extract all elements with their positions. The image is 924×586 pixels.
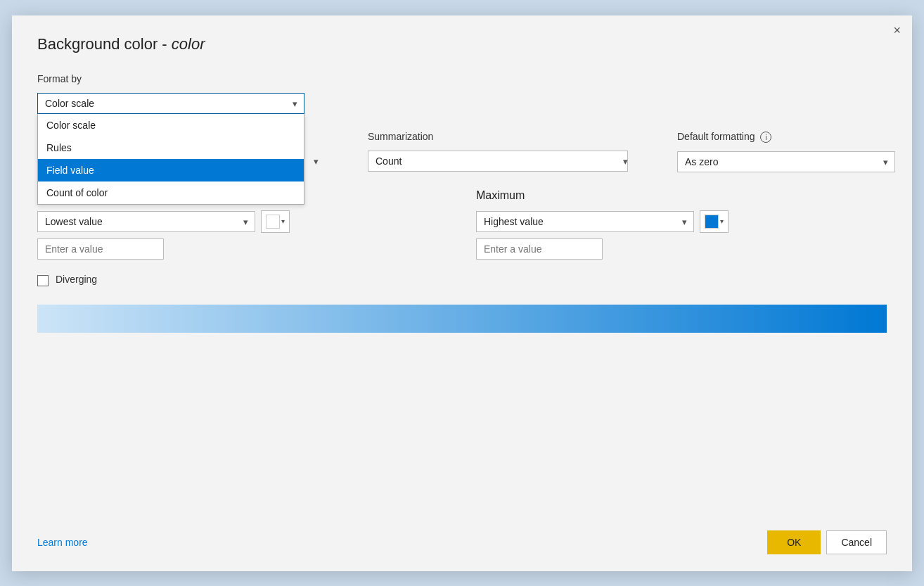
ok-button[interactable]: OK (767, 530, 821, 554)
format-by-select[interactable]: Color scale Rules Field value Count of c… (37, 93, 304, 114)
summarization-label: Summarization (368, 131, 635, 142)
minimum-color-chevron-icon: ▾ (281, 217, 285, 225)
background-color-dialog: × Background color - color Format by Col… (12, 15, 912, 571)
maximum-color-swatch (705, 215, 719, 229)
dialog-footer: Learn more OK Cancel (37, 519, 887, 554)
maximum-color-chevron-icon: ▾ (720, 217, 724, 225)
format-by-label: Format by (37, 73, 326, 84)
minimum-color-picker[interactable]: ▾ (261, 210, 290, 233)
dropdown-item-count-of-color[interactable]: Count of color (38, 181, 304, 204)
dialog-title: Background color - color (37, 35, 887, 53)
diverging-checkbox[interactable] (37, 275, 49, 286)
format-by-dropdown-wrapper: Color scale Rules Field value Count of c… (37, 93, 326, 114)
dropdown-item-rules[interactable]: Rules (38, 136, 304, 159)
diverging-row: Diverging (37, 274, 887, 288)
format-by-select-wrapper[interactable]: Color scale Rules Field value Count of c… (37, 93, 304, 114)
default-formatting-select-wrapper[interactable]: As zero As blank As error (677, 151, 895, 172)
default-formatting-info-icon: i (760, 132, 771, 143)
maximum-section: Maximum Highest value Number Percent Per… (476, 189, 887, 260)
learn-more-link[interactable]: Learn more (37, 537, 88, 548)
minimum-value-input[interactable] (37, 238, 164, 260)
maximum-type-select-wrapper[interactable]: Highest value Number Percent Percentile … (476, 211, 694, 232)
default-formatting-label: Default formatting i (677, 131, 895, 143)
dropdown-item-color-scale[interactable]: Color scale (38, 114, 304, 136)
diverging-label: Diverging (56, 274, 97, 285)
cancel-button[interactable]: Cancel (826, 530, 887, 554)
maximum-type-select[interactable]: Highest value Number Percent Percentile … (476, 211, 694, 232)
gradient-bar (37, 305, 887, 333)
minimum-color-swatch (266, 215, 280, 229)
summarization-select-wrapper[interactable]: Count Sum Average Min Max (368, 151, 635, 172)
maximum-value-input[interactable] (476, 238, 603, 260)
maximum-color-picker[interactable]: ▾ (700, 210, 729, 233)
default-formatting-select[interactable]: As zero As blank As error (677, 151, 895, 172)
minimum-type-select-wrapper[interactable]: Lowest value Number Percent Percentile F… (37, 211, 255, 232)
summarization-select[interactable]: Count Sum Average Min Max (368, 151, 628, 172)
format-by-dropdown-list: Color scale Rules Field value Count of c… (37, 114, 304, 205)
dropdown-item-field-value[interactable]: Field value (38, 159, 304, 181)
minimum-type-select[interactable]: Lowest value Number Percent Percentile F… (37, 211, 255, 232)
footer-buttons: OK Cancel (767, 530, 887, 554)
maximum-title: Maximum (476, 189, 887, 202)
close-button[interactable]: × (893, 24, 901, 37)
